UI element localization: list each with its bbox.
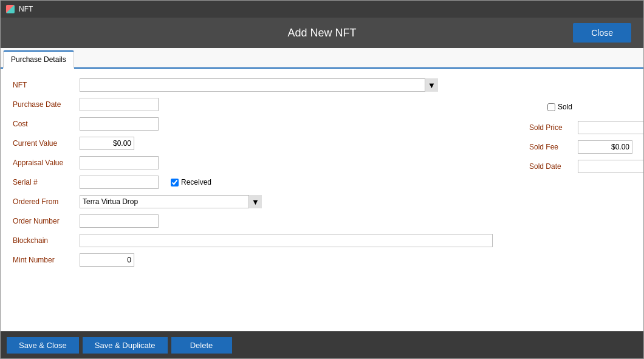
left-column: NFT ▼ Purchase Date	[13, 78, 493, 273]
sold-price-row: Sold Price	[529, 121, 643, 134]
serial-row: Serial # Received	[13, 176, 493, 189]
ordered-from-label: Ordered From	[13, 197, 80, 206]
app-header: Add New NFT Close	[1, 18, 643, 48]
mint-number-input[interactable]	[80, 253, 134, 267]
sold-check-row: Sold	[547, 103, 643, 111]
cost-label: Cost	[13, 120, 80, 128]
order-number-row: Order Number	[13, 214, 493, 228]
mint-number-row: Mint Number	[13, 253, 493, 267]
ordered-from-wrapper: Terra Virtua Drop OpenSea Rarible Founda…	[80, 195, 262, 208]
order-number-label: Order Number	[13, 217, 80, 225]
current-value-row: Current Value	[13, 137, 493, 150]
current-value-label: Current Value	[13, 139, 80, 148]
form-area: NFT ▼ Purchase Date	[1, 69, 643, 331]
mint-number-label: Mint Number	[13, 256, 80, 264]
order-number-input[interactable]	[80, 214, 159, 228]
cost-input[interactable]	[80, 117, 159, 131]
app-title: Add New NFT	[219, 27, 425, 39]
title-bar-text: NFT	[19, 5, 33, 13]
nft-label: NFT	[13, 81, 80, 89]
main-window: NFT Add New NFT Close Purchase Details N…	[0, 0, 644, 359]
sold-date-label: Sold Date	[529, 162, 578, 171]
save-duplicate-button[interactable]: Save & Duplicate	[83, 337, 168, 354]
sold-price-label: Sold Price	[529, 123, 578, 132]
sold-label: Sold	[558, 103, 572, 111]
app-icon	[5, 4, 15, 14]
purchase-date-row: Purchase Date	[13, 98, 493, 111]
received-checkbox[interactable]	[171, 179, 179, 186]
blockchain-row: Blockchain	[13, 234, 493, 247]
received-row: Received	[171, 178, 211, 186]
blockchain-label: Blockchain	[13, 236, 80, 245]
title-bar: NFT	[1, 1, 643, 18]
serial-input[interactable]	[80, 176, 159, 189]
appraisal-value-input[interactable]	[80, 156, 159, 169]
sold-fee-row: Sold Fee	[529, 140, 643, 154]
sold-price-input[interactable]	[578, 121, 643, 134]
footer: Save & Close Save & Duplicate Delete	[1, 331, 643, 358]
ordered-from-row: Ordered From Terra Virtua Drop OpenSea R…	[13, 195, 493, 208]
sold-fee-input[interactable]	[578, 140, 632, 154]
serial-label: Serial #	[13, 178, 80, 186]
ordered-from-select[interactable]: Terra Virtua Drop OpenSea Rarible Founda…	[80, 195, 262, 208]
nft-select-wrapper: ▼	[80, 78, 438, 92]
sold-fee-label: Sold Fee	[529, 143, 578, 151]
sold-checkbox[interactable]	[547, 103, 555, 111]
nft-select[interactable]	[80, 78, 438, 92]
purchase-date-input[interactable]	[80, 98, 159, 111]
received-label: Received	[181, 178, 211, 186]
sold-date-row: Sold Date	[529, 160, 643, 173]
cost-row: Cost	[13, 117, 493, 131]
save-close-button[interactable]: Save & Close	[7, 337, 79, 354]
nft-row: NFT ▼	[13, 78, 493, 92]
tab-purchase-details[interactable]: Purchase Details	[3, 50, 74, 69]
appraisal-value-label: Appraisal Value	[13, 159, 80, 167]
tab-bar: Purchase Details	[1, 48, 643, 69]
purchase-date-label: Purchase Date	[13, 100, 80, 109]
blockchain-input[interactable]	[80, 234, 493, 247]
sold-date-input[interactable]	[578, 160, 643, 173]
current-value-input[interactable]	[80, 137, 134, 150]
right-column: Sold Sold Price Sold Fee Sold Date	[529, 78, 643, 273]
close-button[interactable]: Close	[573, 23, 631, 43]
appraisal-value-row: Appraisal Value	[13, 156, 493, 169]
form-layout: NFT ▼ Purchase Date	[13, 78, 631, 273]
content-area: Purchase Details NFT ▼	[1, 48, 643, 331]
delete-button[interactable]: Delete	[171, 337, 232, 354]
